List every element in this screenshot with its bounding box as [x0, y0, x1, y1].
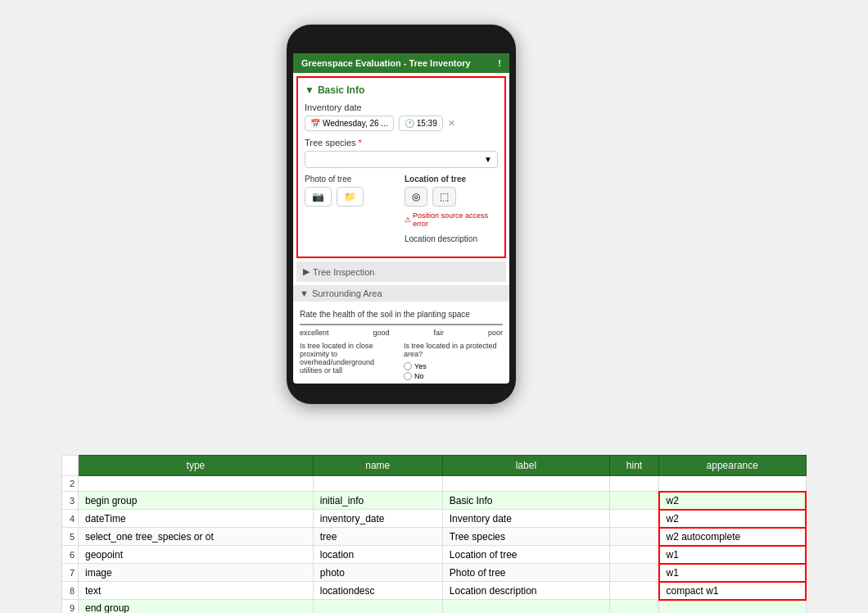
phone-screen: Greenspace Evaluation - Tree Inventory !…: [293, 53, 509, 384]
surrounding-section: Rate the health of the soil in the plant…: [293, 306, 509, 384]
map-button[interactable]: ⬚: [432, 187, 456, 207]
phone-bottom-bar: [293, 384, 509, 392]
time-chip[interactable]: 🕐 15:39: [399, 116, 443, 131]
cell-appearance: w2: [659, 510, 807, 528]
cell-name: photo: [313, 564, 442, 582]
table-row: 5select_one tree_species or ottreeTree s…: [62, 528, 807, 546]
cell-type: text: [79, 582, 314, 600]
cell-name: [313, 600, 442, 614]
collapse-icon[interactable]: ▼: [305, 84, 314, 96]
cell-hint: [610, 564, 659, 582]
error-text: Position source access error: [413, 211, 498, 228]
location-label: Location of tree: [405, 175, 498, 184]
question2-text: Is tree located in a protected area?: [404, 342, 503, 358]
cell-appearance: [659, 600, 807, 614]
dropdown-icon: ▼: [484, 155, 492, 164]
table-row: 6geopointlocationLocation of treew1: [62, 546, 807, 564]
table-row: 4dateTimeinventory_dateInventory datew2: [62, 510, 807, 528]
row-number: 8: [62, 582, 79, 600]
slider-row[interactable]: [300, 324, 503, 325]
clock-icon: 🕐: [405, 119, 414, 128]
cell-hint: [610, 600, 659, 614]
cell-label: Photo of tree: [442, 564, 609, 582]
tree-species-select[interactable]: ▼: [305, 151, 498, 168]
phone-notch: [377, 37, 426, 47]
no-option[interactable]: No: [404, 372, 503, 380]
no-radio[interactable]: [404, 372, 412, 380]
cell-hint: [610, 546, 659, 564]
question1-text: Is tree located in close proximity to ov…: [300, 342, 399, 375]
cell-appearance: [659, 476, 807, 492]
basic-info-section: ▼ Basic Info Inventory date 📅 Wednesday,…: [296, 76, 506, 258]
yes-radio[interactable]: [404, 362, 412, 370]
gps-button[interactable]: ◎: [405, 187, 427, 207]
cell-appearance: w2 autocomplete: [659, 528, 807, 546]
label-poor: poor: [488, 329, 503, 337]
cell-type: end group: [79, 600, 314, 614]
yes-label: Yes: [414, 362, 427, 370]
date-row: 📅 Wednesday, 26 ... 🕐 15:39 ✕: [305, 116, 498, 131]
cell-type: dateTime: [79, 510, 314, 528]
table-row: 7imagephotoPhoto of treew1: [62, 564, 807, 582]
table-row: 8textlocationdescLocation descriptioncom…: [62, 582, 807, 600]
folder-button[interactable]: 📁: [337, 187, 364, 207]
cell-hint: [610, 510, 659, 528]
cell-label: Tree species: [442, 528, 609, 546]
row-number: 2: [62, 476, 79, 492]
table-header-row: type name label hint appearance: [62, 456, 807, 476]
expand-icon: ▶: [303, 266, 310, 277]
cell-appearance: w1: [659, 564, 807, 582]
date-chip[interactable]: 📅 Wednesday, 26 ...: [305, 116, 394, 131]
label-fair: fair: [434, 329, 445, 337]
tree-inspection-section[interactable]: ▶ Tree Inspection: [296, 261, 506, 282]
row-number: 5: [62, 528, 79, 546]
surrounding-area-label: Surrounding Area: [312, 288, 382, 298]
col-header-type: type: [79, 456, 314, 476]
row-number: 7: [62, 564, 79, 582]
cell-name: locationdesc: [313, 582, 442, 600]
tree-species-label: Tree species: [305, 138, 498, 148]
table-row: 3begin groupinitial_infoBasic Infow2: [62, 492, 807, 510]
yes-option[interactable]: Yes: [404, 362, 503, 370]
cell-hint: [610, 476, 659, 492]
data-table: type name label hint appearance 23begin …: [61, 455, 807, 613]
location-desc-label: Location description: [405, 234, 498, 243]
cell-name: inventory_date: [313, 510, 442, 528]
col-header-appearance: appearance: [659, 456, 807, 476]
slider-labels: excellent good fair poor: [300, 329, 503, 337]
question2-col: Is tree located in a protected area? Yes…: [404, 342, 503, 380]
position-error: ⚠ Position source access error: [405, 211, 498, 228]
col-header-label: label: [442, 456, 609, 476]
clear-date-button[interactable]: ✕: [448, 118, 455, 129]
row-number: 9: [62, 600, 79, 614]
cell-type: [79, 476, 314, 492]
table-row: 9end group: [62, 600, 807, 614]
location-icons: ◎ ⬚: [405, 187, 498, 207]
cell-type: geopoint: [79, 546, 314, 564]
question1-col: Is tree located in close proximity to ov…: [300, 342, 399, 380]
photo-section: Photo of tree 📷 📁: [305, 175, 398, 243]
cell-label: Inventory date: [442, 510, 609, 528]
surrounding-area-header[interactable]: ▼ Surrounding Area: [293, 285, 509, 302]
slider-track: [300, 324, 503, 325]
phone-frame: Greenspace Evaluation - Tree Inventory !…: [287, 25, 516, 404]
calendar-icon: 📅: [310, 119, 320, 128]
cell-label: Basic Info: [442, 492, 609, 510]
two-col-section: Photo of tree 📷 📁 Location of tree ◎ ⬚: [305, 175, 498, 243]
cell-appearance: w1: [659, 546, 807, 564]
col-header-hint: hint: [610, 456, 659, 476]
cell-appearance: compact w1: [659, 582, 807, 600]
cell-name: tree: [313, 528, 442, 546]
questions-row: Is tree located in close proximity to ov…: [300, 342, 503, 380]
camera-button[interactable]: 📷: [305, 187, 332, 207]
cell-label: Location of tree: [442, 546, 609, 564]
cell-type: select_one tree_species or ot: [79, 528, 314, 546]
cell-label: [442, 600, 609, 614]
row-num-header: [62, 456, 79, 476]
cell-name: initial_info: [313, 492, 442, 510]
cell-hint: [610, 582, 659, 600]
table-row: 2: [62, 476, 807, 492]
photo-buttons: 📷 📁: [305, 187, 398, 207]
cell-label: Location description: [442, 582, 609, 600]
cell-name: [313, 476, 442, 492]
